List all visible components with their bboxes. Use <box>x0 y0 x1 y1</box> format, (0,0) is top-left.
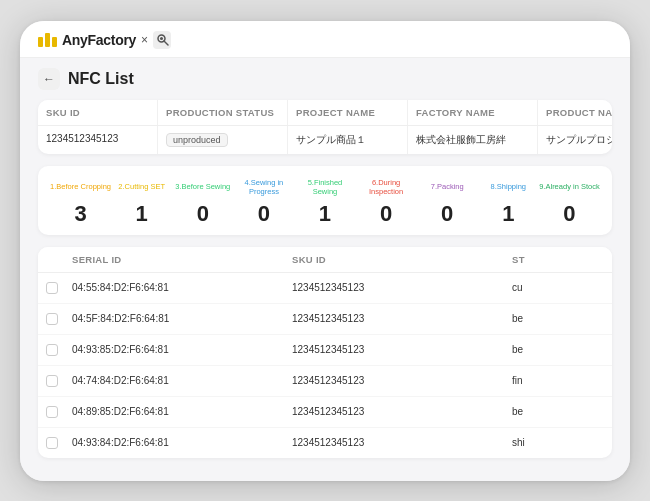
detail-col-st: ST <box>506 247 586 272</box>
detail-col-serial: SERIAL ID <box>66 247 286 272</box>
logo-bars <box>38 33 57 47</box>
cell-sku-id: 1234512345123 <box>286 397 506 426</box>
detail-col-sku: SKU ID <box>286 247 506 272</box>
page-title: NFC List <box>68 70 134 88</box>
detail-table: SERIAL ID SKU ID ST 04:55:84:D2:F6:64:81… <box>38 247 612 458</box>
production-stages: 1.Before Cropping32.Cutting SET13.Before… <box>38 166 612 235</box>
cell-st: be <box>506 335 586 364</box>
row-checkbox[interactable] <box>46 282 58 294</box>
cell-project: サンプル商品１ <box>288 126 408 154</box>
row-checkbox[interactable] <box>46 406 58 418</box>
row-checkbox[interactable] <box>46 375 58 387</box>
col-header-factory: FACTORY NAME <box>408 100 538 125</box>
stage-item: 6.During Inspection0 <box>356 176 417 227</box>
logo-bar-3 <box>52 37 57 47</box>
stage-item: 3.Before Sewing0 <box>172 176 233 227</box>
stage-label: 2.Cutting SET <box>118 176 165 198</box>
cell-serial: 04:93:84:D2:F6:64:81 <box>66 428 286 457</box>
stage-item: 7.Packing0 <box>417 176 478 227</box>
logo-bar-1 <box>38 37 43 47</box>
col-header-project: PROJECT NAME <box>288 100 408 125</box>
stage-count: 0 <box>197 201 209 227</box>
table-row: 04:93:84:D2:F6:64:811234512345123shi <box>38 428 612 458</box>
info-table: SKU ID PRODUCTION STATUS PROJECT NAME FA… <box>38 100 612 154</box>
col-header-product: PRODUCT NAME <box>538 100 612 125</box>
row-checkbox-cell <box>38 366 66 396</box>
logo-x: × <box>141 33 148 47</box>
cell-st: fin <box>506 366 586 395</box>
stage-item: 4.Sewing in Progress0 <box>233 176 294 227</box>
main-content: ← NFC List SKU ID PRODUCTION STATUS PROJ… <box>20 58 630 481</box>
stage-label: 6.During Inspection <box>356 176 417 198</box>
page-header: ← NFC List <box>38 68 612 90</box>
logo: AnyFactory × <box>38 31 171 49</box>
table-row: 04:55:84:D2:F6:64:811234512345123cu <box>38 273 612 304</box>
cell-sku-id: 1234512345123 <box>286 428 506 457</box>
stage-item: 9.Already in Stock0 <box>539 176 600 227</box>
cell-sku-id: 1234512345123 <box>286 273 506 302</box>
logo-bar-2 <box>45 33 50 47</box>
stage-count: 1 <box>136 201 148 227</box>
svg-line-1 <box>164 41 168 45</box>
cell-st: be <box>506 304 586 333</box>
row-checkbox-cell <box>38 428 66 458</box>
stage-count: 3 <box>74 201 86 227</box>
table-row: 04:93:85:D2:F6:64:811234512345123be <box>38 335 612 366</box>
cell-serial: 04:55:84:D2:F6:64:81 <box>66 273 286 302</box>
stage-count: 1 <box>319 201 331 227</box>
table-row: 04:5F:84:D2:F6:64:811234512345123be <box>38 304 612 335</box>
detail-rows: 04:55:84:D2:F6:64:811234512345123cu04:5F… <box>38 273 612 458</box>
svg-point-2 <box>160 37 163 40</box>
cell-serial: 04:93:85:D2:F6:64:81 <box>66 335 286 364</box>
cell-sku-id: 1234512345123 <box>286 366 506 395</box>
stage-label: 3.Before Sewing <box>175 176 230 198</box>
logo-icon <box>153 31 171 49</box>
stage-item: 2.Cutting SET1 <box>111 176 172 227</box>
stage-item: 1.Before Cropping3 <box>50 176 111 227</box>
cell-serial: 04:89:85:D2:F6:64:81 <box>66 397 286 426</box>
stage-label: 7.Packing <box>431 176 464 198</box>
stage-count: 0 <box>563 201 575 227</box>
cell-st: be <box>506 397 586 426</box>
stage-count: 0 <box>441 201 453 227</box>
stages-row: 1.Before Cropping32.Cutting SET13.Before… <box>50 176 600 227</box>
row-checkbox-cell <box>38 397 66 427</box>
stage-item: 5.Finished Sewing1 <box>294 176 355 227</box>
stage-count: 0 <box>380 201 392 227</box>
stage-count: 0 <box>258 201 270 227</box>
stage-item: 8.Shipping1 <box>478 176 539 227</box>
detail-table-header: SERIAL ID SKU ID ST <box>38 247 612 273</box>
top-bar: AnyFactory × <box>20 21 630 58</box>
stage-label: 9.Already in Stock <box>539 176 599 198</box>
cell-sku-id: 1234512345123 <box>286 335 506 364</box>
cell-product: サンプルプロジェクト <box>538 126 612 154</box>
table-row: 04:89:85:D2:F6:64:811234512345123be <box>38 397 612 428</box>
cell-sku-id: 1234512345123 <box>286 304 506 333</box>
stage-count: 1 <box>502 201 514 227</box>
back-button[interactable]: ← <box>38 68 60 90</box>
table-row: 04:74:84:D2:F6:64:811234512345123fin <box>38 366 612 397</box>
cell-factory: 株式会社服飾工房絆 <box>408 126 538 154</box>
row-checkbox-cell <box>38 335 66 365</box>
row-checkbox[interactable] <box>46 313 58 325</box>
row-checkbox-cell <box>38 273 66 303</box>
stage-label: 5.Finished Sewing <box>294 176 355 198</box>
logo-text: AnyFactory <box>62 32 136 48</box>
cell-st: shi <box>506 428 586 457</box>
info-table-header: SKU ID PRODUCTION STATUS PROJECT NAME FA… <box>38 100 612 126</box>
detail-col-check <box>38 247 66 272</box>
row-checkbox-cell <box>38 304 66 334</box>
cell-sku: 1234512345123 <box>38 126 158 154</box>
cell-status: unproduced <box>158 126 288 154</box>
stage-label: 8.Shipping <box>491 176 526 198</box>
info-table-row: 1234512345123 unproduced サンプル商品１ 株式会社服飾工… <box>38 126 612 154</box>
cell-serial: 04:5F:84:D2:F6:64:81 <box>66 304 286 333</box>
status-badge: unproduced <box>166 133 228 147</box>
cell-st: cu <box>506 273 586 302</box>
row-checkbox[interactable] <box>46 437 58 449</box>
col-header-sku: SKU ID <box>38 100 158 125</box>
cell-serial: 04:74:84:D2:F6:64:81 <box>66 366 286 395</box>
stage-label: 1.Before Cropping <box>50 176 111 198</box>
row-checkbox[interactable] <box>46 344 58 356</box>
col-header-status: PRODUCTION STATUS <box>158 100 288 125</box>
